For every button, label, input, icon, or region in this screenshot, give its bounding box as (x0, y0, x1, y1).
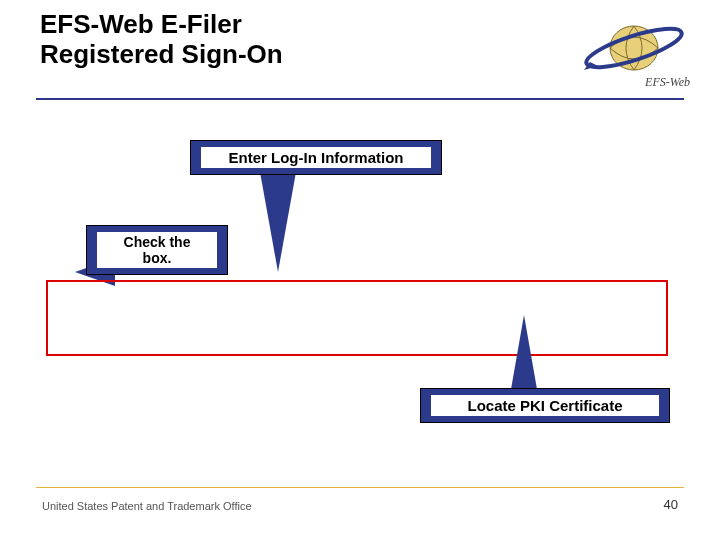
divider-top (36, 98, 684, 100)
footer-text: United States Patent and Trademark Offic… (42, 500, 252, 512)
page-number: 40 (664, 497, 678, 512)
divider-bottom (36, 487, 684, 488)
callout-locate-pki: Locate PKI Certificate (420, 388, 670, 423)
callout-label: Enter Log-In Information (201, 147, 431, 168)
slide: EFS-Web E-Filer Registered Sign-On EFS-W… (0, 0, 720, 540)
callout-check-box: Check the box. (86, 225, 228, 275)
globe-icon (560, 18, 690, 78)
page-title: EFS-Web E-Filer Registered Sign-On (40, 10, 283, 70)
callout-pointer-enter-login (260, 172, 296, 272)
title-line-1: EFS-Web E-Filer (40, 9, 242, 39)
callout-label: Locate PKI Certificate (431, 395, 659, 416)
highlight-box (46, 280, 668, 356)
logo-text: EFS-Web (645, 75, 690, 90)
callout-label: Check the box. (97, 232, 217, 268)
callout-enter-login: Enter Log-In Information (190, 140, 442, 175)
callout-pointer-locate-pki (510, 315, 538, 395)
title-line-2: Registered Sign-On (40, 39, 283, 69)
efs-web-logo (560, 18, 690, 78)
